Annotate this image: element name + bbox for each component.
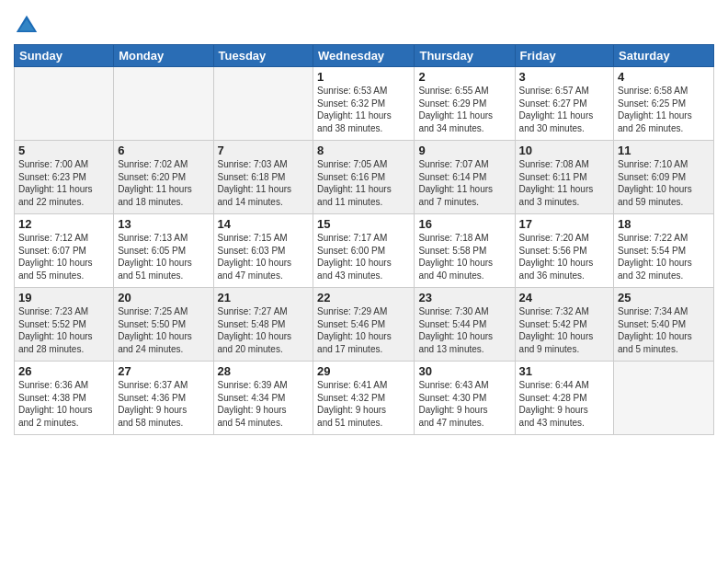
calendar-cell: 6Sunrise: 7:02 AM Sunset: 6:20 PM Daylig… xyxy=(114,141,213,214)
day-info: Sunrise: 7:17 AM Sunset: 6:00 PM Dayligh… xyxy=(317,232,410,282)
day-info: Sunrise: 7:18 AM Sunset: 5:58 PM Dayligh… xyxy=(418,232,510,282)
day-info: Sunrise: 7:23 AM Sunset: 5:52 PM Dayligh… xyxy=(18,305,109,355)
calendar-week-row: 19Sunrise: 7:23 AM Sunset: 5:52 PM Dayli… xyxy=(15,288,714,362)
calendar-cell: 16Sunrise: 7:18 AM Sunset: 5:58 PM Dayli… xyxy=(415,214,515,288)
day-number: 5 xyxy=(18,144,109,157)
day-info: Sunrise: 6:58 AM Sunset: 6:25 PM Dayligh… xyxy=(618,85,710,134)
day-info: Sunrise: 7:07 AM Sunset: 6:14 PM Dayligh… xyxy=(418,158,510,208)
day-info: Sunrise: 6:53 AM Sunset: 6:32 PM Dayligh… xyxy=(317,85,410,134)
day-info: Sunrise: 6:36 AM Sunset: 4:38 PM Dayligh… xyxy=(18,379,109,429)
day-info: Sunrise: 7:03 AM Sunset: 6:18 PM Dayligh… xyxy=(218,158,310,208)
day-number: 11 xyxy=(618,144,710,157)
day-number: 29 xyxy=(317,364,410,378)
day-info: Sunrise: 7:00 AM Sunset: 6:23 PM Dayligh… xyxy=(18,158,109,208)
day-number: 1 xyxy=(317,70,410,84)
day-number: 19 xyxy=(18,291,109,304)
calendar-cell: 19Sunrise: 7:23 AM Sunset: 5:52 PM Dayli… xyxy=(15,288,114,362)
calendar-cell: 9Sunrise: 7:07 AM Sunset: 6:14 PM Daylig… xyxy=(415,141,515,214)
day-number: 16 xyxy=(418,217,510,231)
calendar-cell xyxy=(213,67,313,141)
calendar-cell: 22Sunrise: 7:29 AM Sunset: 5:46 PM Dayli… xyxy=(313,288,415,362)
calendar-cell: 26Sunrise: 6:36 AM Sunset: 4:38 PM Dayli… xyxy=(15,362,114,435)
weekday-header-wednesday: Wednesday xyxy=(313,45,415,67)
calendar-table: SundayMondayTuesdayWednesdayThursdayFrid… xyxy=(14,44,714,435)
day-info: Sunrise: 7:32 AM Sunset: 5:42 PM Dayligh… xyxy=(519,305,609,355)
day-number: 24 xyxy=(519,291,609,304)
calendar-week-row: 5Sunrise: 7:00 AM Sunset: 6:23 PM Daylig… xyxy=(15,141,714,214)
calendar-cell: 7Sunrise: 7:03 AM Sunset: 6:18 PM Daylig… xyxy=(213,141,313,214)
day-number: 20 xyxy=(118,291,209,304)
day-number: 18 xyxy=(618,217,710,231)
calendar-cell: 20Sunrise: 7:25 AM Sunset: 5:50 PM Dayli… xyxy=(114,288,213,362)
day-info: Sunrise: 7:29 AM Sunset: 5:46 PM Dayligh… xyxy=(317,305,410,355)
day-number: 8 xyxy=(317,144,410,157)
weekday-header-saturday: Saturday xyxy=(614,45,714,67)
day-info: Sunrise: 6:39 AM Sunset: 4:34 PM Dayligh… xyxy=(218,379,310,429)
day-number: 4 xyxy=(618,70,710,84)
page-container: SundayMondayTuesdayWednesdayThursdayFrid… xyxy=(0,0,728,440)
day-info: Sunrise: 7:08 AM Sunset: 6:11 PM Dayligh… xyxy=(519,158,609,208)
day-info: Sunrise: 6:55 AM Sunset: 6:29 PM Dayligh… xyxy=(418,85,510,134)
calendar-cell: 15Sunrise: 7:17 AM Sunset: 6:00 PM Dayli… xyxy=(313,214,415,288)
day-info: Sunrise: 6:41 AM Sunset: 4:32 PM Dayligh… xyxy=(317,379,410,429)
calendar-cell: 14Sunrise: 7:15 AM Sunset: 6:03 PM Dayli… xyxy=(213,214,313,288)
day-number: 28 xyxy=(218,364,310,378)
calendar-week-row: 1Sunrise: 6:53 AM Sunset: 6:32 PM Daylig… xyxy=(15,67,714,141)
calendar-cell: 4Sunrise: 6:58 AM Sunset: 6:25 PM Daylig… xyxy=(614,67,714,141)
day-number: 25 xyxy=(618,291,710,304)
day-number: 14 xyxy=(218,217,310,231)
calendar-cell xyxy=(614,362,714,435)
weekday-header-row: SundayMondayTuesdayWednesdayThursdayFrid… xyxy=(15,45,714,67)
day-number: 6 xyxy=(118,144,209,157)
day-info: Sunrise: 6:57 AM Sunset: 6:27 PM Dayligh… xyxy=(519,85,609,134)
calendar-cell: 3Sunrise: 6:57 AM Sunset: 6:27 PM Daylig… xyxy=(515,67,613,141)
header-section xyxy=(14,9,714,39)
day-info: Sunrise: 7:27 AM Sunset: 5:48 PM Dayligh… xyxy=(218,305,310,355)
weekday-header-monday: Monday xyxy=(114,45,213,67)
day-number: 12 xyxy=(18,217,109,231)
day-number: 7 xyxy=(218,144,310,157)
day-number: 2 xyxy=(418,70,510,84)
day-number: 26 xyxy=(18,364,109,378)
day-number: 17 xyxy=(519,217,609,231)
day-info: Sunrise: 7:34 AM Sunset: 5:40 PM Dayligh… xyxy=(618,305,710,355)
weekday-header-thursday: Thursday xyxy=(415,45,515,67)
day-info: Sunrise: 6:37 AM Sunset: 4:36 PM Dayligh… xyxy=(118,379,209,429)
day-info: Sunrise: 7:05 AM Sunset: 6:16 PM Dayligh… xyxy=(317,158,410,208)
calendar-cell: 1Sunrise: 6:53 AM Sunset: 6:32 PM Daylig… xyxy=(313,67,415,141)
calendar-cell xyxy=(15,67,114,141)
day-info: Sunrise: 7:25 AM Sunset: 5:50 PM Dayligh… xyxy=(118,305,209,355)
calendar-cell: 10Sunrise: 7:08 AM Sunset: 6:11 PM Dayli… xyxy=(515,141,613,214)
calendar-cell: 17Sunrise: 7:20 AM Sunset: 5:56 PM Dayli… xyxy=(515,214,613,288)
day-number: 27 xyxy=(118,364,209,378)
day-number: 13 xyxy=(118,217,209,231)
calendar-cell: 2Sunrise: 6:55 AM Sunset: 6:29 PM Daylig… xyxy=(415,67,515,141)
day-number: 10 xyxy=(519,144,609,157)
day-info: Sunrise: 7:15 AM Sunset: 6:03 PM Dayligh… xyxy=(218,232,310,282)
day-number: 3 xyxy=(519,70,609,84)
day-info: Sunrise: 7:20 AM Sunset: 5:56 PM Dayligh… xyxy=(519,232,609,282)
day-info: Sunrise: 7:13 AM Sunset: 6:05 PM Dayligh… xyxy=(118,232,209,282)
day-number: 21 xyxy=(218,291,310,304)
day-info: Sunrise: 7:22 AM Sunset: 5:54 PM Dayligh… xyxy=(618,232,710,282)
day-number: 9 xyxy=(418,144,510,157)
calendar-cell: 8Sunrise: 7:05 AM Sunset: 6:16 PM Daylig… xyxy=(313,141,415,214)
day-number: 31 xyxy=(519,364,609,378)
calendar-cell: 18Sunrise: 7:22 AM Sunset: 5:54 PM Dayli… xyxy=(614,214,714,288)
day-info: Sunrise: 7:30 AM Sunset: 5:44 PM Dayligh… xyxy=(418,305,510,355)
calendar-cell: 5Sunrise: 7:00 AM Sunset: 6:23 PM Daylig… xyxy=(15,141,114,214)
calendar-cell: 29Sunrise: 6:41 AM Sunset: 4:32 PM Dayli… xyxy=(313,362,415,435)
calendar-cell: 25Sunrise: 7:34 AM Sunset: 5:40 PM Dayli… xyxy=(614,288,714,362)
day-number: 23 xyxy=(418,291,510,304)
calendar-cell: 30Sunrise: 6:43 AM Sunset: 4:30 PM Dayli… xyxy=(415,362,515,435)
calendar-cell xyxy=(114,67,213,141)
logo xyxy=(14,13,43,39)
calendar-week-row: 26Sunrise: 6:36 AM Sunset: 4:38 PM Dayli… xyxy=(15,362,714,435)
weekday-header-friday: Friday xyxy=(515,45,613,67)
day-info: Sunrise: 7:10 AM Sunset: 6:09 PM Dayligh… xyxy=(618,158,710,208)
calendar-cell: 23Sunrise: 7:30 AM Sunset: 5:44 PM Dayli… xyxy=(415,288,515,362)
calendar-cell: 31Sunrise: 6:44 AM Sunset: 4:28 PM Dayli… xyxy=(515,362,613,435)
calendar-cell: 21Sunrise: 7:27 AM Sunset: 5:48 PM Dayli… xyxy=(213,288,313,362)
day-number: 22 xyxy=(317,291,410,304)
logo-icon xyxy=(14,13,40,39)
